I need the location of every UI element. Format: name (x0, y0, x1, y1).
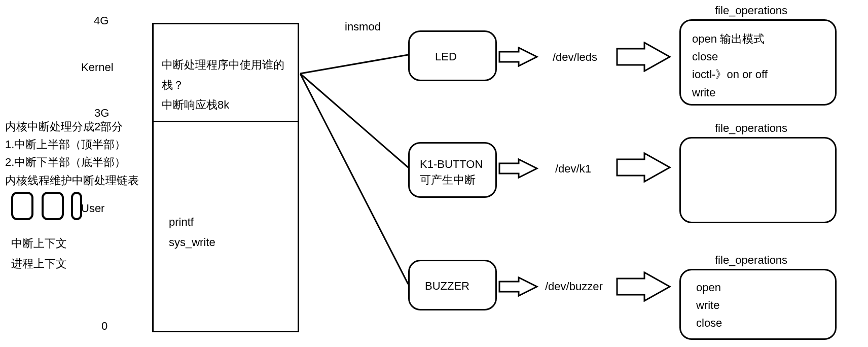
fops-led-l2: close (692, 48, 768, 65)
label-0: 0 (101, 320, 107, 333)
context-notes: 中断上下文 进程上下文 (11, 233, 67, 273)
fops-led-box: open 输出模式 close ioctl-》on or off write (679, 19, 837, 106)
dev-buzzer-path: /dev/buzzer (545, 280, 603, 293)
fops-buzzer-text: open write close (696, 279, 722, 332)
note-line4: 内核线程维护中断处理链表 (5, 171, 139, 189)
fops-buzzer-box: open write close (679, 269, 837, 340)
label-user: User (81, 202, 104, 215)
user-text: printf sys_write (169, 212, 215, 252)
label-kernel: Kernel (81, 61, 114, 74)
arrow-k1 (498, 158, 539, 179)
user-text-2: sys_write (169, 232, 215, 253)
fops-led-l4: write (692, 84, 768, 101)
insmod-label: insmod (345, 20, 381, 33)
dev-leds-path: /dev/leds (553, 51, 597, 64)
note-line5: 中断上下文 (11, 233, 67, 254)
note-line3: 2.中断下半部（底半部） (5, 153, 139, 171)
button-text: K1-BUTTON 可产生中断 (420, 157, 483, 188)
small-box-3 (71, 192, 82, 220)
arrow-fops-led (616, 42, 672, 72)
fops-k1-box (679, 137, 837, 223)
fops-buzzer-l2: write (696, 296, 722, 314)
svg-line-0 (300, 55, 408, 74)
button-label1: K1-BUTTON (420, 157, 483, 172)
dev-k1-path: /dev/k1 (555, 162, 591, 176)
arrow-fops-buzzer (616, 271, 672, 302)
kernel-text-2: 中断响应栈8k (162, 95, 298, 115)
fops-buzzer-l1: open (696, 279, 722, 296)
fops-led-title: file_operations (715, 4, 787, 17)
fops-buzzer-l3: close (696, 314, 722, 332)
arrow-led (498, 47, 539, 67)
button-box: K1-BUTTON 可产生中断 (408, 142, 497, 198)
label-4g: 4G (94, 14, 108, 27)
fops-led-text: open 输出模式 close ioctl-》on or off write (692, 30, 768, 101)
svg-line-1 (300, 74, 408, 167)
fops-led-l1: open 输出模式 (692, 30, 768, 48)
small-box-1 (11, 192, 33, 220)
arrow-buzzer (498, 276, 539, 297)
note-line1: 内核中断处理分成2部分 (5, 118, 139, 135)
arrow-fops-k1 (616, 152, 672, 183)
memory-divider (154, 121, 298, 122)
small-box-2 (42, 192, 64, 220)
fops-k1-title: file_operations (715, 122, 787, 135)
interrupt-notes: 内核中断处理分成2部分 1.中断上半部（顶半部） 2.中断下半部（底半部） 内核… (5, 118, 139, 189)
buzzer-label: BUZZER (425, 280, 469, 293)
user-text-1: printf (169, 212, 215, 232)
note-line2: 1.中断上半部（顶半部） (5, 135, 139, 153)
led-label: LED (435, 50, 457, 63)
fops-led-l3: ioctl-》on or off (692, 65, 768, 83)
svg-line-2 (300, 74, 408, 284)
fops-buzzer-title: file_operations (715, 254, 787, 267)
button-label2: 可产生中断 (420, 172, 483, 188)
note-line6: 进程上下文 (11, 254, 67, 274)
kernel-text-1: 中断处理程序中使用谁的栈？ (162, 55, 298, 95)
memory-rect: 中断处理程序中使用谁的栈？ 中断响应栈8k printf sys_write (152, 23, 299, 332)
led-box: LED (408, 30, 497, 81)
kernel-stack-text: 中断处理程序中使用谁的栈？ 中断响应栈8k (162, 55, 298, 115)
buzzer-box: BUZZER (408, 260, 497, 310)
